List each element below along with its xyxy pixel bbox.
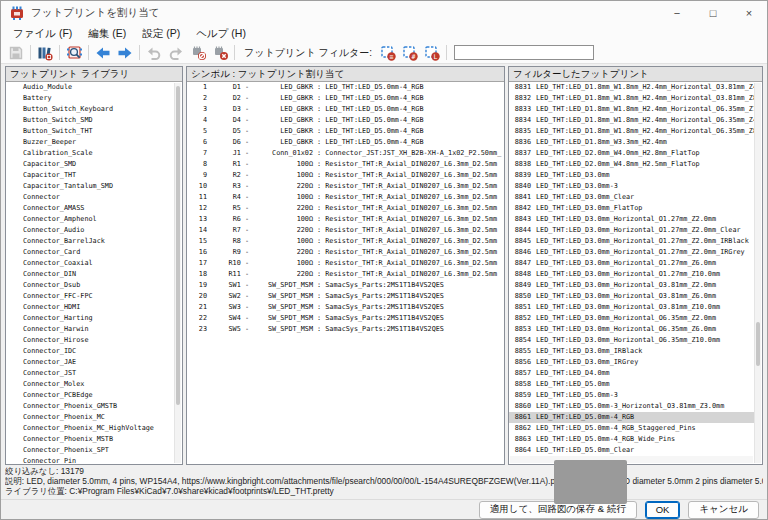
footprint-item[interactable]: 8845 LED_THT:LED_D3.0mm_Horizontal_O1.27… bbox=[509, 236, 754, 247]
library-item[interactable]: Connector_Audio bbox=[6, 225, 182, 236]
symbol-row[interactable]: 17 R10 - 100Ω : Resistor_THT:R_Axial_DIN… bbox=[187, 258, 504, 269]
symbol-row[interactable]: 5 D5 - LED_GBKR : LED_THT:LED_D5.0mm-4_R… bbox=[187, 126, 504, 137]
footprint-item[interactable]: 8861 LED_THT:LED_D5.0mm-4_RGB bbox=[509, 412, 754, 423]
library-scrollbar[interactable] bbox=[174, 83, 181, 463]
footprint-item[interactable]: 8850 LED_THT:LED_D3.0mm_Horizontal_O3.81… bbox=[509, 291, 754, 302]
library-item[interactable]: Connector_JST bbox=[6, 368, 182, 379]
symbol-row[interactable]: 4 D4 - LED_GBKR : LED_THT:LED_D5.0mm-4_R… bbox=[187, 115, 504, 126]
library-item[interactable]: Connector_JAE bbox=[6, 357, 182, 368]
footprints-vertical-scrollbar-thumb[interactable] bbox=[756, 322, 760, 366]
close-button[interactable]: × bbox=[731, 1, 767, 25]
library-item[interactable]: Calibration_Scale bbox=[6, 148, 182, 159]
library-item[interactable]: Connector bbox=[6, 192, 182, 203]
view-selected-footprint-button[interactable] bbox=[63, 43, 85, 63]
footprint-item[interactable]: 8859 LED_THT:LED_D5.0mm-3 bbox=[509, 390, 754, 401]
menu-preferences[interactable]: 設定 (P) bbox=[134, 27, 188, 41]
symbol-row[interactable]: 12 R5 - 220Ω : Resistor_THT:R_Axial_DIN0… bbox=[187, 203, 504, 214]
library-item[interactable]: Connector_Harwin bbox=[6, 324, 182, 335]
footprint-item[interactable]: 8849 LED_THT:LED_D3.0mm_Horizontal_O3.81… bbox=[509, 280, 754, 291]
menu-file[interactable]: ファイル (F) bbox=[5, 27, 80, 41]
footprint-item[interactable]: 8860 LED_THT:LED_D5.0mm-3_Horizontal_O3.… bbox=[509, 401, 754, 412]
menu-edit[interactable]: 編集 (E) bbox=[80, 27, 134, 41]
library-item[interactable]: Connector_Dsub bbox=[6, 280, 182, 291]
library-item[interactable]: Connector_Hirose bbox=[6, 335, 182, 346]
footprint-item[interactable]: 8834 LED_THT:LED_D1.8mm_W1.8mm_H2.4mm_Ho… bbox=[509, 115, 754, 126]
previous-unassigned-button[interactable] bbox=[92, 43, 114, 63]
library-item[interactable]: Button_Switch_THT bbox=[6, 126, 182, 137]
symbol-row[interactable]: 19 SW1 - SW_SPDT_MSM : SamacSys_Parts:2M… bbox=[187, 280, 504, 291]
footprint-item[interactable]: 8847 LED_THT:LED_D3.0mm_Horizontal_O1.27… bbox=[509, 258, 754, 269]
footprint-item[interactable]: 8844 LED_THT:LED_D3.0mm_Horizontal_O1.27… bbox=[509, 225, 754, 236]
library-item[interactable]: Capacitor_Tantalum_SMD bbox=[6, 181, 182, 192]
library-item[interactable]: Connector_BarrelJack bbox=[6, 236, 182, 247]
library-item[interactable]: Connector_Coaxial bbox=[6, 258, 182, 269]
library-item[interactable]: Connector_PCBEdge bbox=[6, 390, 182, 401]
library-item[interactable]: Connector_Pin bbox=[6, 456, 182, 464]
library-item[interactable]: Audio_Module bbox=[6, 82, 182, 93]
library-item[interactable]: Connector_Phoenix_MSTB bbox=[6, 434, 182, 445]
footprint-item[interactable]: 8833 LED_THT:LED_D1.8mm_W1.8mm_H2.4mm_Ho… bbox=[509, 104, 754, 115]
footprint-item[interactable]: 8832 LED_THT:LED_D1.8mm_W1.8mm_H2.4mm_Ho… bbox=[509, 93, 754, 104]
library-item[interactable]: Capacitor_THT bbox=[6, 170, 182, 181]
footprint-item[interactable]: 8862 LED_THT:LED_D5.0mm-4_RGB_Staggered_… bbox=[509, 423, 754, 434]
footprint-item[interactable]: 8854 LED_THT:LED_D3.0mm_Horizontal_O6.35… bbox=[509, 335, 754, 346]
cancel-button[interactable]: キャンセル bbox=[688, 501, 759, 519]
library-item[interactable]: Connector_Harting bbox=[6, 313, 182, 324]
symbol-row[interactable]: 1 D1 - LED_GBKR : LED_THT:LED_D5.0mm-4_R… bbox=[187, 82, 504, 93]
filter-by-keyword-button[interactable]: ≡ bbox=[377, 43, 399, 63]
next-unassigned-button[interactable] bbox=[114, 43, 136, 63]
filter-by-pin-count-button[interactable]: # bbox=[399, 43, 421, 63]
symbol-row[interactable]: 10 R3 - 220Ω : Resistor_THT:R_Axial_DIN0… bbox=[187, 181, 504, 192]
filter-by-library-button[interactable]: L bbox=[421, 43, 443, 63]
footprints-vertical-scrollbar[interactable] bbox=[754, 83, 761, 463]
library-item[interactable]: Connector_Molex bbox=[6, 379, 182, 390]
footprint-item[interactable]: 8836 LED_THT:LED_D1.8mm_W3.3mm_H2.4mm bbox=[509, 137, 754, 148]
library-item[interactable]: Connector_AMASS bbox=[6, 203, 182, 214]
footprints-horizontal-scrollbar[interactable] bbox=[510, 456, 753, 463]
symbol-row[interactable]: 7 J1 - Conn_01x02 : Connector_JST:JST_XH… bbox=[187, 148, 504, 159]
symbol-row[interactable]: 11 R4 - 100Ω : Resistor_THT:R_Axial_DIN0… bbox=[187, 192, 504, 203]
footprint-item[interactable]: 8843 LED_THT:LED_D3.0mm_Horizontal_O1.27… bbox=[509, 214, 754, 225]
footprint-item[interactable]: 8837 LED_THT:LED_D2.0mm_W4.0mm_H2.8mm_Fl… bbox=[509, 148, 754, 159]
footprint-item[interactable]: 8855 LED_THT:LED_D3.0mm_IRBlack bbox=[509, 346, 754, 357]
symbol-row[interactable]: 23 SW5 - SW_SPDT_MSM : SamacSys_Parts:2M… bbox=[187, 324, 504, 335]
footprint-item[interactable]: 8863 LED_THT:LED_D5.0mm-4_RGB_Wide_Pins bbox=[509, 434, 754, 445]
minimize-button[interactable]: − bbox=[659, 1, 695, 25]
symbol-row[interactable]: 22 SW4 - SW_SPDT_MSM : SamacSys_Parts:2M… bbox=[187, 313, 504, 324]
footprint-item[interactable]: 8839 LED_THT:LED_D3.0mm bbox=[509, 170, 754, 181]
library-item[interactable]: Connector_Phoenix_GMSTB bbox=[6, 401, 182, 412]
symbol-row[interactable]: 21 SW3 - SW_SPDT_MSM : SamacSys_Parts:2M… bbox=[187, 302, 504, 313]
symbol-row[interactable]: 13 R6 - 100Ω : Resistor_THT:R_Axial_DIN0… bbox=[187, 214, 504, 225]
delete-all-associations-button[interactable] bbox=[209, 43, 231, 63]
footprint-item[interactable]: 8838 LED_THT:LED_D2.0mm_W4.8mm_H2.5mm_Fl… bbox=[509, 159, 754, 170]
footprint-item[interactable]: 8840 LED_THT:LED_D3.0mm-3 bbox=[509, 181, 754, 192]
footprint-item[interactable]: 8856 LED_THT:LED_D3.0mm_IRGrey bbox=[509, 357, 754, 368]
footprints-horizontal-scrollbar-thumb[interactable] bbox=[554, 460, 627, 504]
library-item[interactable]: Connector_Amphenol bbox=[6, 214, 182, 225]
library-item[interactable]: Connector_FFC-FPC bbox=[6, 291, 182, 302]
save-button[interactable] bbox=[5, 43, 27, 63]
footprint-item[interactable]: 8842 LED_THT:LED_D3.0mm_FlatTop bbox=[509, 203, 754, 214]
library-item[interactable]: Buzzer_Beeper bbox=[6, 137, 182, 148]
library-item[interactable]: Button_Switch_Keyboard bbox=[6, 104, 182, 115]
library-item[interactable]: Button_Switch_SMD bbox=[6, 115, 182, 126]
library-item[interactable]: Connector_DIN bbox=[6, 269, 182, 280]
symbol-row[interactable]: 9 R2 - 100Ω : Resistor_THT:R_Axial_DIN02… bbox=[187, 170, 504, 181]
symbol-row[interactable]: 6 D6 - LED_GBKR : LED_THT:LED_D5.0mm-4_R… bbox=[187, 137, 504, 148]
symbol-row[interactable]: 20 SW2 - SW_SPDT_MSM : SamacSys_Parts:2M… bbox=[187, 291, 504, 302]
footprint-item[interactable]: 8841 LED_THT:LED_D3.0mm_Clear bbox=[509, 192, 754, 203]
delete-association-button[interactable] bbox=[187, 43, 209, 63]
symbol-row[interactable]: 3 D3 - LED_GBKR : LED_THT:LED_D5.0mm-4_R… bbox=[187, 104, 504, 115]
redo-button[interactable] bbox=[165, 43, 187, 63]
footprint-item[interactable]: 8853 LED_THT:LED_D3.0mm_Horizontal_O6.35… bbox=[509, 324, 754, 335]
footprint-filter-search-input[interactable] bbox=[454, 45, 594, 60]
symbol-row[interactable]: 18 R11 - 220Ω : Resistor_THT:R_Axial_DIN… bbox=[187, 269, 504, 280]
footprint-item[interactable]: 8848 LED_THT:LED_D3.0mm_Horizontal_O1.27… bbox=[509, 269, 754, 280]
library-item[interactable]: Connector_Card bbox=[6, 247, 182, 258]
footprint-item[interactable]: 8864 LED_THT:LED_D5.0mm_Clear bbox=[509, 445, 754, 456]
symbol-row[interactable]: 8 R1 - 100Ω : Resistor_THT:R_Axial_DIN02… bbox=[187, 159, 504, 170]
maximize-button[interactable]: □ bbox=[695, 1, 731, 25]
library-item[interactable]: Battery bbox=[6, 93, 182, 104]
footprint-item[interactable]: 8835 LED_THT:LED_D1.8mm_W1.8mm_H2.4mm_Ho… bbox=[509, 126, 754, 137]
symbol-row[interactable]: 16 R9 - 220Ω : Resistor_THT:R_Axial_DIN0… bbox=[187, 247, 504, 258]
